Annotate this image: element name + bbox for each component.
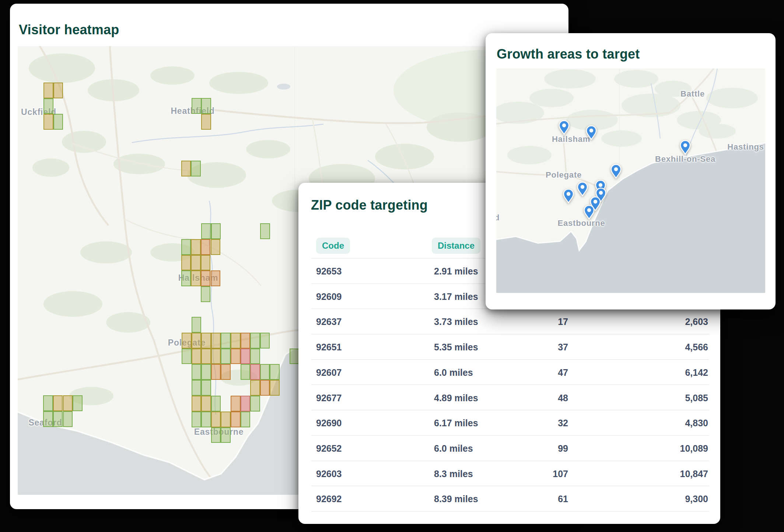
heatmap-cell: [201, 114, 211, 130]
map-pin-icon[interactable]: [559, 120, 570, 135]
heatmap-cell: [250, 396, 260, 412]
zip-distance-cell: 2.91 miles: [434, 259, 478, 284]
heatmap-cell: [192, 98, 202, 114]
heatmap-cell: [192, 412, 202, 427]
zip-code-cell: 92607: [316, 360, 342, 385]
heatmap-cell: [221, 349, 231, 364]
growth-title: Growth areas to target: [497, 46, 640, 62]
heatmap-cell: [250, 333, 260, 349]
heatmap-cell: [63, 411, 73, 427]
zip-table-row: 926076.0 miles476,142: [298, 360, 720, 385]
heatmap-cell: [231, 333, 241, 349]
heatmap-cell: [260, 333, 270, 349]
heatmap-cell: [53, 411, 63, 427]
map-pin-icon[interactable]: [577, 182, 588, 196]
zip-distance-cell: 4.89 miles: [434, 385, 478, 411]
heatmap-cell: [182, 333, 192, 349]
heatmap-cell: [241, 333, 251, 349]
heatmap-cell: [290, 349, 300, 364]
zip-code-cell: 92652: [316, 436, 342, 461]
heatmap-cell: [63, 395, 73, 411]
heatmap-cell: [201, 98, 211, 114]
zip-count-cell: 48: [505, 385, 568, 411]
zip-total-cell: 2,603: [634, 309, 708, 335]
heatmap-cell: [201, 239, 211, 255]
heatmap-cell: [191, 161, 201, 176]
heatmap-cell: [211, 333, 221, 349]
map-pin-icon[interactable]: [586, 125, 597, 140]
heatmap-cell: [192, 364, 202, 380]
map-pin-icon[interactable]: [680, 140, 691, 155]
zip-table-row: 926373.73 miles172,603: [298, 309, 720, 335]
heatmap-cell: [221, 364, 231, 380]
heatmap-cell: [241, 412, 251, 427]
zip-total-cell: 4,830: [634, 410, 708, 436]
heatmap-cell: [191, 270, 201, 286]
map-place-label: Hailsham: [552, 134, 590, 144]
heatmap-cell: [53, 395, 63, 411]
heatmap-cell: [192, 380, 202, 396]
heatmap-cell: [53, 83, 63, 98]
heatmap-cell: [43, 114, 53, 130]
heatmap-cell: [231, 412, 241, 427]
zip-column-header-code[interactable]: Code: [316, 238, 350, 254]
heatmap-cell: [231, 349, 241, 364]
zip-count-cell: 61: [505, 486, 568, 512]
heatmap-cell: [211, 270, 221, 286]
heatmap-cell: [73, 395, 83, 411]
zip-code-cell: 92609: [316, 284, 342, 309]
zip-distance-cell: 3.17 miles: [434, 284, 478, 309]
zip-count-cell: 32: [505, 410, 568, 436]
heatmap-cell: [201, 396, 211, 412]
heatmap-cell: [201, 286, 211, 302]
heatmap-cell: [192, 396, 202, 412]
zip-count-cell: 107: [505, 461, 568, 487]
heatmap-cell: [191, 255, 201, 271]
heatmap-cell: [191, 239, 201, 255]
zip-column-header-distance[interactable]: Distance: [432, 238, 480, 254]
heatmap-cell: [43, 83, 53, 98]
map-pin-icon[interactable]: [563, 189, 574, 203]
zip-code-cell: 92637: [316, 309, 342, 335]
map-place-label: Eastbourne: [557, 218, 605, 228]
heatmap-cell: [211, 427, 221, 443]
heatmap-cell: [221, 412, 231, 427]
heatmap-cell: [201, 380, 211, 396]
heatmap-cell: [270, 364, 280, 380]
zip-code-cell: 92690: [316, 410, 342, 436]
growth-map[interactable]: BattleHastingsBexhill-on-SeaHailshamPole…: [496, 69, 765, 293]
heatmap-cell: [201, 223, 211, 239]
zip-table-row: 926526.0 miles9910,089: [298, 436, 720, 461]
map-pin-icon[interactable]: [584, 205, 595, 220]
zip-distance-cell: 3.73 miles: [434, 309, 478, 335]
zip-table-row: 926774.89 miles485,085: [298, 385, 720, 411]
zip-total-cell: 6,142: [634, 360, 708, 385]
heatmap-cell: [201, 255, 211, 271]
map-pin-icon[interactable]: [610, 164, 622, 179]
heatmap-cell: [211, 364, 221, 380]
heatmap-cell: [241, 349, 251, 364]
zip-count-cell: 17: [505, 309, 568, 335]
map-place-label: Battle: [680, 89, 705, 99]
heatmap-cell: [231, 396, 241, 412]
zip-table-row: 926038.3 miles10710,847: [298, 461, 720, 487]
heatmap-cell: [241, 364, 251, 380]
map-place-label: Bexhill-on-Sea: [655, 154, 715, 164]
heatmap-cell: [211, 349, 221, 364]
heatmap-cell: [181, 161, 191, 176]
zip-total-cell: 4,566: [634, 335, 708, 360]
heatmap-cell: [260, 380, 270, 396]
heatmap-cell: [53, 114, 63, 130]
zip-distance-cell: 8.3 miles: [434, 461, 473, 487]
heatmap-cell: [250, 349, 260, 364]
heatmap-cell: [201, 270, 211, 286]
heatmap-cell: [192, 349, 202, 364]
heatmap-cell: [201, 333, 211, 349]
heatmap-cell: [181, 255, 191, 271]
zip-count-cell: 99: [505, 436, 568, 461]
zip-code-cell: 92692: [316, 486, 342, 512]
heatmap-cell: [43, 98, 53, 114]
zip-total-cell: 10,089: [634, 436, 708, 461]
zip-count-cell: 47: [505, 360, 568, 385]
zip-code-cell: 92603: [316, 461, 342, 487]
